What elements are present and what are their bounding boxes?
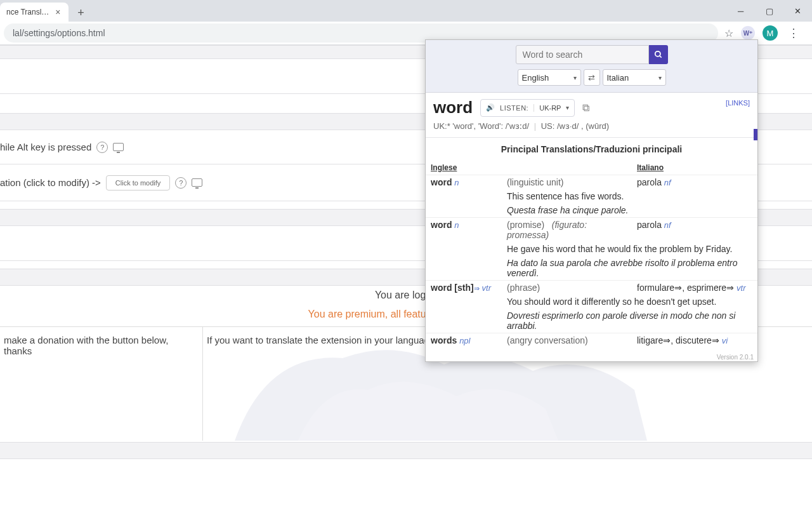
entry-row: word n(linguistic unit)parola nf: [426, 175, 757, 190]
col-dst: Italiano: [632, 161, 757, 175]
principal-translations-heading: Principal Translations/Traduzioni princi…: [426, 138, 757, 161]
links-button[interactable]: [LINKS]: [726, 99, 750, 107]
search-input[interactable]: [516, 45, 649, 64]
profile-avatar[interactable]: M: [763, 25, 778, 41]
translations-table: Inglese Italiano word n(linguistic unit)…: [426, 161, 757, 347]
example-row-it: Ha dato la sua parola che avrebbe risolt…: [426, 256, 757, 281]
entry-header: [LINKS] word 🔊 LISTEN: UK-RP ▾ ⧉ UK:* 'w…: [426, 93, 757, 138]
lang-to-select[interactable]: Italian▾: [603, 69, 666, 86]
example-row-it: Dovresti esprimerlo con parole diverse i…: [426, 309, 757, 333]
entry-row: words npl(angry conversation)litigare⇒, …: [426, 333, 757, 348]
browser-tab[interactable]: nce Transl… ×: [0, 3, 69, 22]
example-row: He gave his word that he would fix the p…: [426, 242, 757, 256]
display-icon[interactable]: [113, 143, 124, 151]
section-header: [0, 442, 812, 459]
swap-languages-button[interactable]: ⇄: [584, 69, 600, 86]
browser-titlebar: nce Transl… × + ─ ▢ ✕: [0, 0, 812, 22]
close-window-button[interactable]: ✕: [783, 0, 812, 22]
url-text: lal/settings/options.html: [13, 28, 105, 38]
close-icon[interactable]: ×: [53, 7, 63, 17]
popup-header: English▾ ⇄ Italian▾: [426, 40, 757, 93]
help-icon[interactable]: ?: [175, 177, 187, 189]
modify-button[interactable]: Click to modify: [106, 175, 171, 190]
search-button[interactable]: [649, 45, 668, 64]
extension-icon[interactable]: W⁺: [741, 26, 755, 40]
entry-row: word [sth]⇒ vtr(phrase)formulare⇒, espri…: [426, 281, 757, 295]
example-row: You should word it differently so he doe…: [426, 295, 757, 309]
translations-body: Principal Translations/Traduzioni princi…: [426, 138, 757, 361]
accent-select[interactable]: UK-RP: [534, 104, 561, 112]
svg-point-0: [655, 51, 660, 57]
help-icon[interactable]: ?: [96, 142, 108, 153]
listen-label: LISTEN:: [500, 104, 528, 112]
magnifier-icon: [654, 50, 663, 59]
option-label: ation (click to modify) ->: [0, 177, 101, 188]
listen-control[interactable]: 🔊 LISTEN: UK-RP ▾: [480, 99, 575, 117]
window-controls: ─ ▢ ✕: [726, 0, 812, 22]
pronunciation: UK:* 'word', 'Word': /'wɜːd/ | US: /wɜ·d…: [433, 121, 750, 131]
chevron-down-icon: ▾: [566, 104, 569, 111]
bookmark-star-icon[interactable]: ☆: [724, 27, 733, 39]
speaker-icon: 🔊: [486, 104, 495, 112]
example-row-it: Questa frase ha cinque parole.: [426, 203, 757, 218]
lang-to-label: Italian: [607, 73, 629, 83]
new-tab-button[interactable]: +: [72, 4, 90, 22]
popout-icon[interactable]: ⧉: [582, 102, 589, 114]
maximize-button[interactable]: ▢: [755, 0, 783, 22]
headword: word: [433, 98, 473, 117]
minimize-button[interactable]: ─: [726, 0, 755, 22]
svg-line-1: [659, 56, 661, 58]
lang-from-select[interactable]: English▾: [518, 69, 581, 86]
display-icon[interactable]: [192, 178, 202, 187]
version-label: Version 2.0.1: [717, 354, 754, 361]
kebab-menu-icon[interactable]: ⋮: [785, 26, 802, 40]
tab-title: nce Transl…: [6, 8, 49, 17]
chevron-down-icon: ▾: [658, 74, 662, 81]
footer-donate: make a donation with the button below, t…: [0, 327, 203, 441]
extension-popup: ⚙ English▾ ⇄ Italian▾ [LINKS] word 🔊 LIS…: [425, 39, 758, 362]
lang-from-label: English: [522, 73, 549, 83]
col-src: Inglese: [426, 161, 502, 175]
entry-row: word n(promise) (figurato: promessa)paro…: [426, 218, 757, 243]
option-label: hile Alt key is pressed: [0, 142, 91, 152]
example-row: This sentence has five words.: [426, 189, 757, 203]
chevron-down-icon: ▾: [573, 74, 577, 81]
